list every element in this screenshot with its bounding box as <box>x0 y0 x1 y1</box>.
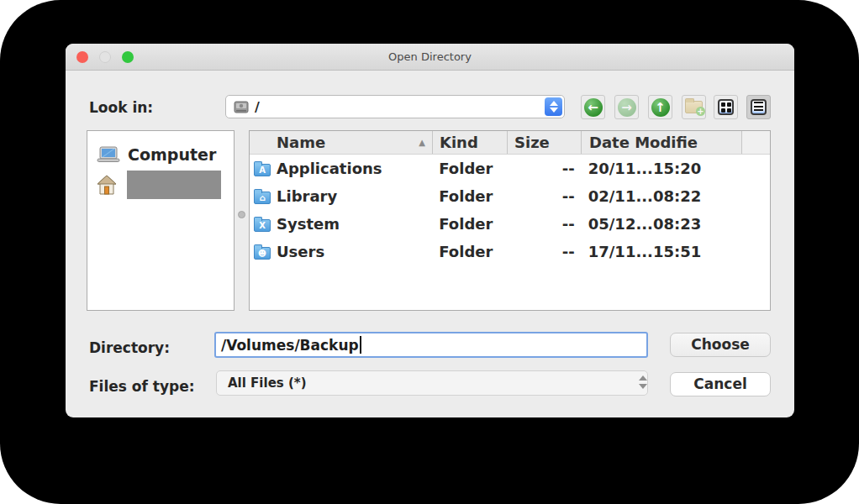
row-kind: Folder <box>431 187 506 205</box>
look-in-path: / <box>255 99 260 115</box>
splitter-handle[interactable] <box>238 211 245 218</box>
titlebar[interactable]: Open Directory <box>66 44 794 71</box>
directory-input-value: /Volumes/Backup <box>221 337 359 354</box>
list-view-button[interactable] <box>714 95 738 119</box>
cancel-button[interactable]: Cancel <box>670 372 771 396</box>
look-in-combobox[interactable]: / <box>225 95 565 118</box>
row-name: Applications <box>277 160 382 177</box>
column-header-kind[interactable]: Kind <box>432 131 507 154</box>
computer-icon <box>97 146 120 164</box>
row-kind: Folder <box>431 243 506 260</box>
choose-button[interactable]: Choose <box>670 333 771 357</box>
row-name: Library <box>277 187 337 205</box>
file-list: Name ▲ Kind Size Date Modifie A Applicat… <box>249 130 771 311</box>
row-name: Users <box>277 243 324 260</box>
look-in-label: Look in: <box>89 99 153 116</box>
row-date-modified: 20/11...15:20 <box>580 160 770 177</box>
row-kind: Folder <box>431 160 506 177</box>
row-size: -- <box>506 160 580 177</box>
sidebar-computer-label: Computer <box>128 145 216 164</box>
row-size: -- <box>506 187 580 205</box>
back-icon: ← <box>584 98 603 117</box>
list-view-icon <box>718 99 734 115</box>
back-button[interactable]: ← <box>581 95 605 119</box>
column-header-date-modified[interactable]: Date Modifie <box>581 131 741 154</box>
file-type-value: All Files (*) <box>228 375 307 391</box>
up-button[interactable]: ↑ <box>648 95 672 119</box>
system-folder-icon: X <box>254 219 271 232</box>
detail-view-icon <box>751 99 767 115</box>
files-of-type-label: Files of type: <box>89 378 195 395</box>
sidebar-item-computer[interactable]: Computer <box>87 139 234 170</box>
close-button[interactable] <box>76 51 88 63</box>
library-folder-icon: ⌂ <box>254 192 271 204</box>
row-date-modified: 17/11...15:51 <box>580 243 770 260</box>
applications-folder-icon: A <box>254 164 271 176</box>
directory-label: Directory: <box>89 339 170 356</box>
file-type-dropdown[interactable]: All Files (*) <box>216 370 648 396</box>
sidebar-item-home[interactable] <box>87 170 234 200</box>
sort-ascending-icon: ▲ <box>419 138 425 147</box>
column-header-size[interactable]: Size <box>507 131 581 154</box>
open-directory-dialog: Open Directory Look in: / ← → ↑ + <box>66 44 794 417</box>
detail-view-button[interactable] <box>746 95 771 119</box>
column-header-filler <box>741 131 770 154</box>
row-name: System <box>277 215 340 233</box>
row-size: -- <box>506 215 580 233</box>
row-size: -- <box>506 243 580 260</box>
table-row[interactable]: A Applications Folder -- 20/11...15:20 <box>250 155 770 182</box>
row-date-modified: 02/11...08:22 <box>580 187 770 205</box>
minimize-button <box>99 51 111 63</box>
combobox-arrows-icon[interactable] <box>545 97 562 116</box>
table-row[interactable]: ☻ Users Folder -- 17/11...15:51 <box>250 238 770 265</box>
table-row[interactable]: ⌂ Library Folder -- 02/11...08:22 <box>250 182 770 210</box>
forward-button: → <box>614 95 639 119</box>
home-icon <box>97 175 117 195</box>
maximize-button[interactable] <box>122 51 134 63</box>
new-folder-icon: + <box>685 101 703 113</box>
row-date-modified: 05/12...08:23 <box>580 215 770 233</box>
row-kind: Folder <box>431 215 506 233</box>
places-sidebar: Computer <box>87 130 235 311</box>
window-title: Open Directory <box>66 44 794 71</box>
table-row[interactable]: X System Folder -- 05/12...08:23 <box>250 210 770 238</box>
home-label-redacted <box>127 171 221 199</box>
text-caret <box>360 336 361 354</box>
users-folder-icon: ☻ <box>254 247 271 260</box>
directory-input[interactable]: /Volumes/Backup <box>214 332 648 358</box>
hard-drive-icon <box>234 101 249 113</box>
forward-icon: → <box>618 98 636 117</box>
up-icon: ↑ <box>651 98 670 117</box>
table-header: Name ▲ Kind Size Date Modifie <box>250 131 770 155</box>
column-header-name[interactable]: Name ▲ <box>250 131 432 154</box>
new-folder-button: + <box>682 95 706 119</box>
